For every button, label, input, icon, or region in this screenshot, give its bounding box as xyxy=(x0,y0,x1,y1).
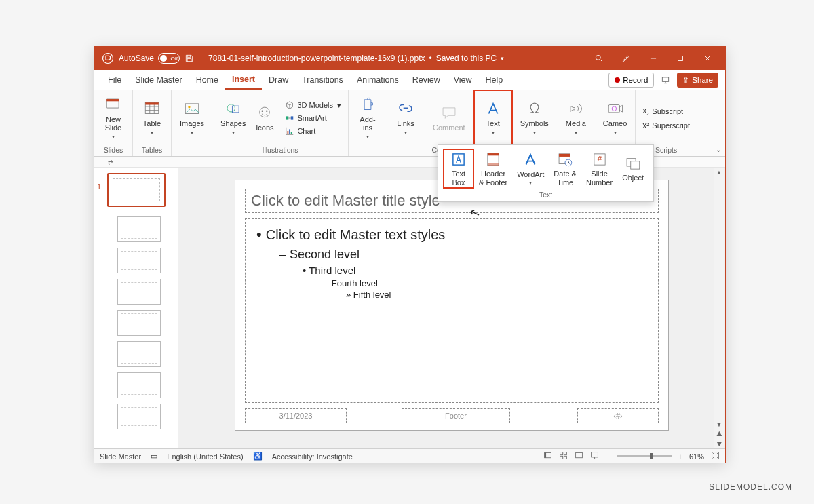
zoom-slider[interactable] xyxy=(617,455,672,457)
layout-thumbnail[interactable] xyxy=(117,310,161,336)
zoom-out-icon[interactable]: − xyxy=(606,452,610,461)
sorter-view-icon[interactable] xyxy=(559,451,568,461)
slide-number-button[interactable]: # Slide Number xyxy=(582,149,617,188)
tab-help[interactable]: Help xyxy=(479,70,510,90)
tab-slide-master[interactable]: Slide Master xyxy=(128,70,189,90)
table-button[interactable]: Table▾ xyxy=(137,99,167,137)
zoom-in-icon[interactable]: + xyxy=(678,452,682,461)
cameo-button[interactable]: Cameo▾ xyxy=(599,99,631,137)
svg-rect-36 xyxy=(564,452,566,455)
maximize-icon[interactable] xyxy=(667,49,694,68)
svg-rect-3 xyxy=(663,77,669,81)
body-placeholder[interactable]: Click to edit Master text styles Second … xyxy=(245,218,659,403)
close-icon[interactable] xyxy=(694,49,721,68)
new-slide-button[interactable]: New Slide▾ xyxy=(98,95,128,141)
svg-rect-17 xyxy=(288,131,289,134)
accessibility-icon: ♿ xyxy=(253,452,263,461)
tab-draw[interactable]: Draw xyxy=(262,70,295,90)
autosave-toggle[interactable]: AutoSave Off xyxy=(119,53,180,64)
present-icon[interactable] xyxy=(658,71,673,90)
reading-view-icon[interactable] xyxy=(575,451,583,461)
ribbon-tabs: File Slide Master Home Insert Draw Trans… xyxy=(94,70,725,90)
layout-thumbnail[interactable] xyxy=(117,248,161,273)
scroll-up-icon: ▲ xyxy=(715,168,724,177)
document-title[interactable]: 7881-01-self-introduction-powerpoint-tem… xyxy=(208,54,585,63)
vertical-scrollbar[interactable]: ▲ ▼ ⯅ ⯆ xyxy=(714,168,724,448)
addins-button[interactable]: Add- ins▾ xyxy=(353,95,383,141)
slide-number-placeholder[interactable]: ‹#› xyxy=(577,408,659,423)
tab-review[interactable]: Review xyxy=(406,70,447,90)
layout-thumbnail[interactable] xyxy=(117,216,161,242)
scroll-down-icon: ▼ xyxy=(715,420,724,429)
layout-thumbnail[interactable] xyxy=(117,404,161,429)
3d-models-button[interactable]: 3D Models▾ xyxy=(282,100,344,111)
symbols-button[interactable]: Symbols▾ xyxy=(516,99,553,137)
thumbnail-pane[interactable]: 1 xyxy=(94,168,178,448)
ribbon-group-addins: Add- ins▾ xyxy=(349,90,387,156)
date-placeholder[interactable]: 3/11/2023 xyxy=(245,408,347,423)
svg-rect-27 xyxy=(559,154,570,157)
svg-rect-19 xyxy=(291,132,292,134)
svg-rect-35 xyxy=(560,452,563,455)
images-button[interactable]: Images▾ xyxy=(176,99,208,137)
wordart-button[interactable]: WordArt▾ xyxy=(513,149,548,188)
minimize-icon[interactable] xyxy=(640,49,667,68)
save-icon[interactable] xyxy=(180,49,199,68)
svg-rect-40 xyxy=(592,452,598,457)
statusbar: Slide Master ▭ English (United States) ♿… xyxy=(94,448,725,463)
media-button[interactable]: Media▾ xyxy=(561,99,591,137)
search-icon[interactable] xyxy=(585,49,613,68)
header-footer-button[interactable]: Header & Footer xyxy=(475,149,511,188)
tab-transitions[interactable]: Transitions xyxy=(295,70,350,90)
slide-master-canvas[interactable]: Click to edit Master title style ↖ Click… xyxy=(235,180,669,431)
svg-rect-25 xyxy=(488,163,499,166)
normal-view-icon[interactable] xyxy=(543,451,552,461)
tab-file[interactable]: File xyxy=(101,70,128,90)
tab-home[interactable]: Home xyxy=(189,70,225,90)
svg-rect-20 xyxy=(608,105,619,113)
subscript-button[interactable]: x₂Subscript xyxy=(640,105,693,117)
status-language[interactable]: English (United States) xyxy=(167,452,244,461)
powerpoint-window: AutoSave Off 7881-01-self-introduction-p… xyxy=(94,46,726,463)
pen-icon[interactable] xyxy=(613,49,640,68)
svg-point-12 xyxy=(260,107,270,117)
record-button[interactable]: Record xyxy=(608,73,654,88)
tab-insert[interactable]: Insert xyxy=(225,70,262,90)
ribbon-collapse-icon[interactable]: ⌄ xyxy=(716,146,721,153)
text-dropdown-button[interactable]: Text▾ xyxy=(478,99,508,137)
svg-rect-15 xyxy=(286,116,289,119)
status-view[interactable]: Slide Master xyxy=(100,452,141,461)
layout-thumbnail[interactable] xyxy=(117,341,161,367)
shapes-button[interactable]: Shapes▾ xyxy=(216,99,250,137)
text-box-button[interactable]: Text Box xyxy=(444,149,473,188)
svg-point-13 xyxy=(262,110,263,111)
comment-button[interactable]: Comment xyxy=(429,103,469,134)
powerpoint-icon xyxy=(98,49,117,68)
chart-button[interactable]: Chart xyxy=(282,125,344,136)
layout-thumbnail[interactable] xyxy=(117,279,161,305)
svg-point-21 xyxy=(612,106,617,111)
svg-point-9 xyxy=(188,106,190,108)
superscript-button[interactable]: x²Superscript xyxy=(640,120,693,131)
links-button[interactable]: Links▾ xyxy=(391,99,421,137)
tab-view[interactable]: View xyxy=(447,70,479,90)
svg-rect-16 xyxy=(291,116,294,119)
slideshow-view-icon[interactable] xyxy=(590,451,599,461)
fit-to-window-icon[interactable] xyxy=(711,451,720,461)
footer-placeholder[interactable]: Footer xyxy=(402,408,510,423)
status-accessibility[interactable]: Accessibility: Investigate xyxy=(272,452,353,461)
tab-animations[interactable]: Animations xyxy=(350,70,406,90)
layout-thumbnail[interactable] xyxy=(117,372,161,398)
ribbon: New Slide▾ Slides Table▾ Tables Images▾ xyxy=(94,90,725,157)
share-button[interactable]: ⇪Share xyxy=(677,73,718,88)
date-time-button[interactable]: Date & Time xyxy=(549,149,581,188)
svg-rect-5 xyxy=(106,99,119,101)
icons-button[interactable]: Icons xyxy=(250,103,279,134)
svg-rect-18 xyxy=(290,129,291,134)
object-button[interactable]: Object xyxy=(618,149,648,188)
zoom-level[interactable]: 61% xyxy=(689,452,704,461)
smartart-button[interactable]: SmartArt xyxy=(282,113,344,123)
master-slide-thumbnail[interactable] xyxy=(107,173,166,207)
svg-rect-2 xyxy=(678,56,683,61)
ribbon-group-slides: New Slide▾ Slides xyxy=(94,90,133,156)
